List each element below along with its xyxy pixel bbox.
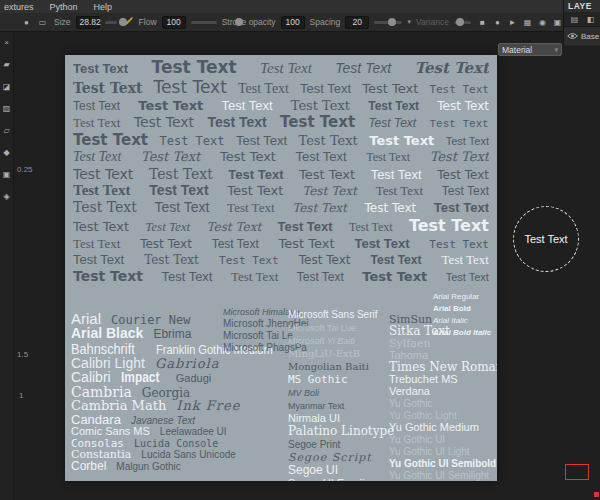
test-text-sample: Test Text <box>154 199 209 215</box>
test-text-sample: Test Text <box>299 167 355 182</box>
font-name-line: Arial Italic <box>433 313 491 325</box>
font-name: Ink Free <box>176 399 240 412</box>
material-dropdown-label: Material <box>502 45 532 55</box>
flow-slider[interactable] <box>191 21 217 24</box>
menu-item[interactable]: extures <box>2 2 36 12</box>
font-name-line: Yu Gothic <box>389 397 497 409</box>
spacing-value[interactable]: 20 <box>345 16 369 29</box>
font-name-line: MingLiU-ExtB <box>288 346 394 359</box>
viewport[interactable]: Test TextTest TextTest TextTest TextTest… <box>14 32 600 500</box>
panel-value-label: 1 <box>19 391 23 400</box>
font-name-line: Nirmala UI <box>288 411 394 424</box>
brush-icon[interactable]: ▰ <box>1 59 13 69</box>
size-value[interactable]: 28.82 <box>76 16 100 29</box>
font-name: Corbel <box>71 460 106 472</box>
opacity-icon[interactable]: ◧ <box>584 13 597 26</box>
font-name-line: Arial Bold Italic <box>433 325 491 337</box>
layer-name: Base c <box>581 32 600 41</box>
test-text-sample: Test Text <box>368 99 419 113</box>
test-text-sample: Test Text <box>299 253 351 267</box>
size-slider[interactable] <box>105 21 117 24</box>
test-text-sample: Test Text <box>279 236 335 251</box>
layer-row-base[interactable]: Base c <box>564 27 600 45</box>
variance-slider[interactable] <box>454 21 471 24</box>
font-name: Palatino Linotype <box>288 425 394 437</box>
layers-panel-title: LAYE <box>568 1 592 11</box>
font-name: Arial Italic <box>433 317 468 325</box>
smudge-icon[interactable]: ◆ <box>1 147 13 157</box>
font-name: Lucida Sans Unicode <box>141 450 236 460</box>
font-name: Microsoft Tai Le <box>223 331 293 341</box>
eraser-icon[interactable]: ◪ <box>1 81 13 91</box>
panel-value-label: 1.5 <box>17 350 28 359</box>
test-text-sample: Test Text <box>291 98 350 113</box>
resize-indicator <box>594 492 599 497</box>
font-name: Arial Black <box>71 326 143 340</box>
test-text-sample: Test Text <box>362 269 427 284</box>
font-name: Arial Regular <box>433 293 479 301</box>
font-name-line: Segoe Script <box>288 450 394 463</box>
chevron-down-icon[interactable]: ▾ <box>407 18 411 26</box>
camera-icon[interactable]: ◉ <box>536 16 549 29</box>
brush-toolbar: ●▭ Size 28.82 Flow 100 Stroke opacity 10… <box>0 13 583 32</box>
test-text-sample: Test Text <box>302 184 357 198</box>
picker-icon[interactable]: ◈ <box>1 191 13 201</box>
grid-icon[interactable]: ▦ <box>521 16 534 29</box>
font-name-line: Sylfaen <box>389 337 497 349</box>
record-icon[interactable]: ● <box>491 16 504 29</box>
test-text-row: Test TextTest TextTest TextTest TextTest… <box>73 252 489 268</box>
menu-item[interactable]: Python <box>48 2 80 12</box>
paint-canvas[interactable]: Test TextTest TextTest TextTest TextTest… <box>65 55 497 481</box>
font-name-line: Verdana <box>389 385 497 397</box>
visibility-eye-icon[interactable] <box>567 32 578 41</box>
font-name: Segoe Script <box>288 452 372 463</box>
test-text-sample: Test Text <box>429 238 489 251</box>
stencil-icon[interactable]: ▭ <box>36 16 49 29</box>
blend-mode-icon[interactable]: ▤ <box>568 13 581 26</box>
test-text-sample: Test Text <box>73 80 142 96</box>
test-text-sample: Test Text <box>434 200 489 215</box>
font-name-line: MV Boli <box>288 385 394 398</box>
test-text-sample: Test Text <box>73 268 143 284</box>
left-toolbar: ×▰◪▨▱◆▣◈ <box>0 32 14 500</box>
test-text-row: Test TextTest TextTest TextTest TextTest… <box>73 236 489 252</box>
test-text-sample: Test Text <box>238 81 289 97</box>
test-text-sample: Test Text <box>365 201 417 215</box>
font-name-line: Palatino Linotype <box>288 424 394 437</box>
test-text-sample: Test Text <box>73 182 130 199</box>
spacing-slider[interactable] <box>374 21 402 24</box>
test-text-sample: Test Text <box>442 184 489 198</box>
font-name-line: Yu Gothic UI Light <box>389 445 497 457</box>
pause-icon[interactable]: ■ <box>476 16 489 29</box>
font-name: Impact <box>121 370 159 384</box>
test-text-row: Test TextTest TextTest TextTest TextTest… <box>73 98 489 113</box>
close-icon[interactable]: × <box>1 37 13 47</box>
font-name: Cambria Math <box>71 399 166 412</box>
test-text-sample: Test Text <box>335 60 391 76</box>
font-name: Calibri Light <box>71 356 145 370</box>
menu-item[interactable]: Help <box>92 2 115 12</box>
spacing-label: Spacing <box>310 17 341 27</box>
clone-icon[interactable]: ▣ <box>1 169 13 179</box>
font-name-line: Segoe UI Emoji <box>288 476 394 481</box>
font-name-line: MS Gothic <box>288 372 394 385</box>
test-text-sample: Test Text <box>73 61 128 76</box>
font-name: Arial Bold <box>433 305 471 313</box>
test-text-sample: Test Text <box>73 199 137 215</box>
material-dropdown[interactable]: Material ▾ <box>498 43 562 56</box>
stroke-opacity-value[interactable]: 100 <box>281 16 305 29</box>
font-name: Yu Gothic <box>389 399 432 409</box>
test-text-sample: Test Text <box>231 269 278 285</box>
test-text-row: Test TextTest TextTest TextTest TextTest… <box>73 57 489 77</box>
polygon-fill-icon[interactable]: ▱ <box>1 125 13 135</box>
font-name: Mongolian Baiti <box>288 362 369 372</box>
test-text-sample: Test Text <box>149 166 213 182</box>
test-text-sample: Test Text <box>429 83 489 96</box>
play-icon[interactable]: ► <box>506 16 519 29</box>
font-name: Gadugi <box>176 373 211 384</box>
flow-value[interactable]: 100 <box>162 16 186 29</box>
test-text-sample: Test Text <box>349 220 393 235</box>
brush-tip-icon[interactable]: ● <box>20 16 33 29</box>
projection-icon[interactable]: ▨ <box>1 103 13 113</box>
test-text-sample: Test Text <box>369 133 434 148</box>
